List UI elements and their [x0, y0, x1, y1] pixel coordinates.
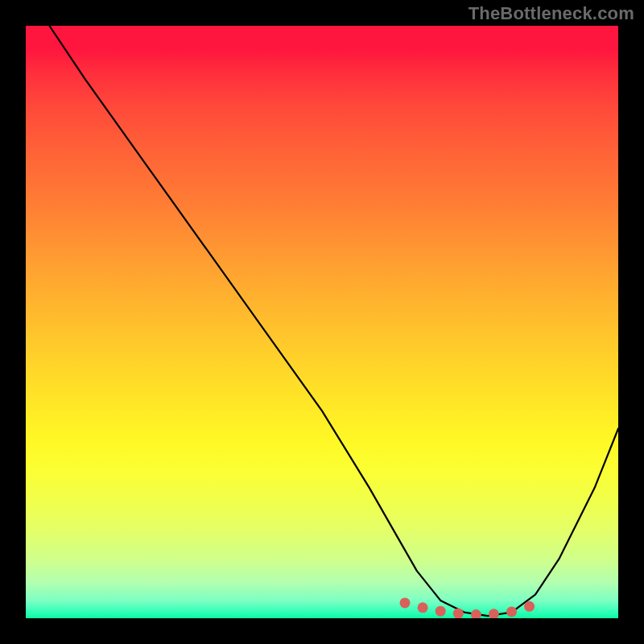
- optimal-dot: [489, 609, 499, 618]
- watermark-text: TheBottleneck.com: [469, 3, 634, 24]
- chart-frame: TheBottleneck.com: [0, 0, 644, 644]
- optimal-dot: [471, 609, 481, 618]
- optimal-dot: [506, 606, 517, 617]
- optimal-dot: [524, 601, 535, 612]
- bottleneck-curve: [49, 26, 618, 616]
- optimal-dot: [400, 597, 411, 608]
- optimal-dot: [418, 602, 428, 613]
- plot-area: [26, 26, 618, 618]
- optimal-dot: [436, 606, 446, 617]
- optimal-zone-dots: [400, 597, 535, 618]
- curve-layer: [26, 26, 618, 618]
- optimal-dot: [453, 609, 464, 618]
